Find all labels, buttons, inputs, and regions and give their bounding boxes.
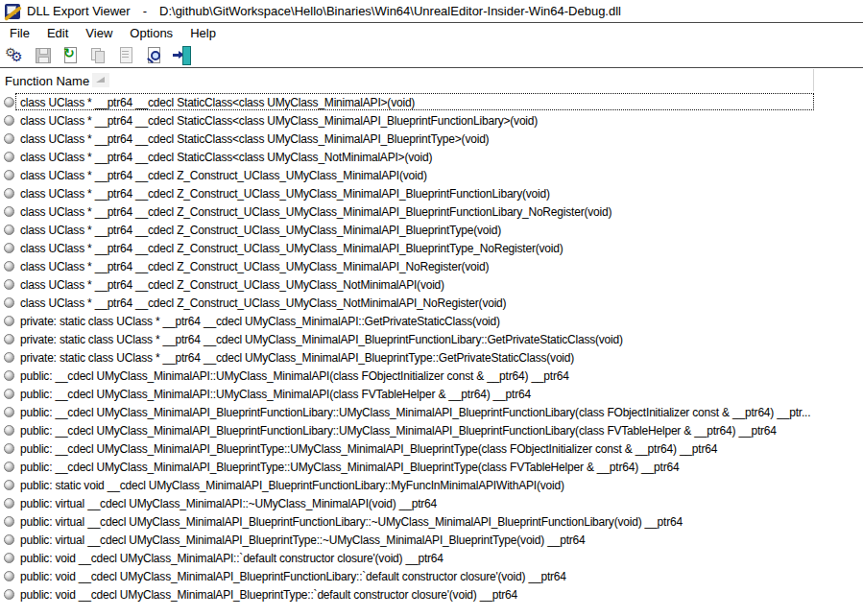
function-icon (4, 206, 14, 217)
title-bar: DLL Export Viewer-D:\github\GitWorkspace… (0, 0, 863, 22)
menu-item-edit[interactable]: Edit (38, 24, 77, 42)
function-icon (4, 462, 14, 472)
function-icon (4, 443, 14, 454)
function-list: class UClass * __ptr64 __cdecl StaticCla… (0, 93, 863, 604)
function-icon (4, 480, 14, 490)
list-item[interactable]: public: __cdecl UMyClass_MinimalAPI_Blue… (0, 439, 863, 458)
list-item[interactable]: public: void __cdecl UMyClass_MinimalAPI… (0, 585, 863, 604)
function-icon (4, 334, 14, 344)
select-dll-button[interactable]: ⚙⚙ (5, 45, 26, 66)
function-icon (4, 188, 14, 199)
list-item[interactable]: public: __cdecl UMyClass_MinimalAPI::UMy… (0, 367, 863, 385)
function-icon (4, 261, 14, 272)
list-item[interactable]: private: static class UClass * __ptr64 _… (0, 348, 863, 367)
function-icon (4, 370, 14, 381)
list-item[interactable]: public: void __cdecl UMyClass_MinimalAPI… (0, 549, 863, 567)
exit-icon (173, 46, 192, 65)
list-item[interactable]: public: void __cdecl UMyClass_MinimalAPI… (0, 567, 863, 585)
list-item[interactable]: class UClass * __ptr64 __cdecl Z_Constru… (0, 221, 863, 239)
list-item[interactable]: public: __cdecl UMyClass_MinimalAPI_Blue… (0, 458, 863, 476)
app-window: DLL Export Viewer-D:\github\GitWorkspace… (0, 0, 863, 616)
copy-button (88, 45, 109, 66)
properties-icon (117, 46, 136, 65)
refresh-icon: ↻ (61, 46, 81, 65)
list-item[interactable]: class UClass * __ptr64 __cdecl Z_Constru… (0, 166, 863, 184)
list-item[interactable]: class UClass * __ptr64 __cdecl StaticCla… (0, 93, 863, 111)
function-icon (4, 152, 14, 162)
list-item[interactable]: public: __cdecl UMyClass_MinimalAPI_Blue… (0, 403, 863, 421)
list-item[interactable]: class UClass * __ptr64 __cdecl Z_Constru… (0, 202, 863, 221)
function-icon (4, 516, 14, 527)
menu-item-file[interactable]: File (1, 24, 38, 42)
toolbar: ⚙⚙↻ (0, 43, 863, 67)
menu-bar: FileEditViewOptionsHelp (0, 23, 863, 43)
loaded-dll-path: D:\github\GitWorkspace\Hello\Binaries\Wi… (159, 4, 621, 18)
list-item[interactable]: class UClass * __ptr64 __cdecl Z_Constru… (0, 275, 863, 294)
list-item[interactable]: public: __cdecl UMyClass_MinimalAPI_Blue… (0, 421, 863, 439)
list-item[interactable]: class UClass * __ptr64 __cdecl StaticCla… (0, 130, 863, 148)
function-icon (4, 553, 14, 563)
function-icon (4, 571, 14, 581)
copy-icon (89, 46, 108, 65)
find-icon (145, 46, 164, 65)
menu-item-help[interactable]: Help (181, 24, 225, 42)
function-icon (4, 352, 14, 363)
find-button[interactable] (144, 45, 165, 66)
list-item[interactable]: public: static void __cdecl UMyClass_Min… (0, 476, 863, 494)
function-icon (4, 97, 14, 107)
list-item[interactable]: private: static class UClass * __ptr64 _… (0, 312, 863, 330)
function-icon (4, 498, 14, 509)
function-icon (4, 243, 14, 253)
list-item[interactable]: public: __cdecl UMyClass_MinimalAPI::UMy… (0, 385, 863, 403)
save-button (33, 45, 54, 66)
properties-button (116, 45, 137, 66)
menu-item-options[interactable]: Options (121, 24, 181, 42)
function-icon (4, 279, 14, 290)
function-icon (4, 115, 14, 126)
function-icon (4, 389, 14, 399)
app-icon[interactable] (5, 4, 20, 19)
function-icon (4, 589, 14, 600)
function-icon (4, 297, 14, 308)
list-item[interactable]: public: virtual __cdecl UMyClass_Minimal… (0, 494, 863, 512)
function-icon (4, 425, 14, 436)
function-icon (4, 316, 14, 326)
list-item[interactable]: class UClass * __ptr64 __cdecl Z_Constru… (0, 184, 863, 202)
function-icon (4, 133, 14, 144)
list-item[interactable]: private: static class UClass * __ptr64 _… (0, 330, 863, 348)
function-icon (4, 225, 14, 235)
list-item[interactable]: class UClass * __ptr64 __cdecl StaticCla… (0, 148, 863, 166)
list-item[interactable]: class UClass * __ptr64 __cdecl StaticCla… (0, 111, 863, 130)
list-item[interactable]: class UClass * __ptr64 __cdecl Z_Constru… (0, 294, 863, 312)
app-name: DLL Export Viewer (27, 4, 131, 18)
function-icon (4, 170, 14, 180)
list-item[interactable]: class UClass * __ptr64 __cdecl Z_Constru… (0, 257, 863, 275)
title-separator: - (143, 4, 147, 18)
sort-ascending-icon (92, 73, 109, 87)
function-icon (4, 534, 14, 545)
gears-icon: ⚙⚙ (6, 46, 25, 65)
list-item[interactable]: class UClass * __ptr64 __cdecl Z_Constru… (0, 239, 863, 257)
save-icon (34, 46, 53, 65)
exit-button[interactable] (172, 45, 193, 66)
refresh-button[interactable]: ↻ (60, 45, 82, 66)
function-icon (4, 407, 14, 417)
menu-item-view[interactable]: View (77, 24, 121, 42)
list-item[interactable]: public: virtual __cdecl UMyClass_Minimal… (0, 531, 863, 549)
window-title: DLL Export Viewer-D:\github\GitWorkspace… (27, 4, 621, 18)
column-header-label: Function Name (5, 74, 89, 88)
column-separator[interactable] (813, 69, 814, 91)
column-header-function-name[interactable]: Function Name (0, 68, 863, 93)
list-item[interactable]: public: virtual __cdecl UMyClass_Minimal… (0, 512, 863, 531)
